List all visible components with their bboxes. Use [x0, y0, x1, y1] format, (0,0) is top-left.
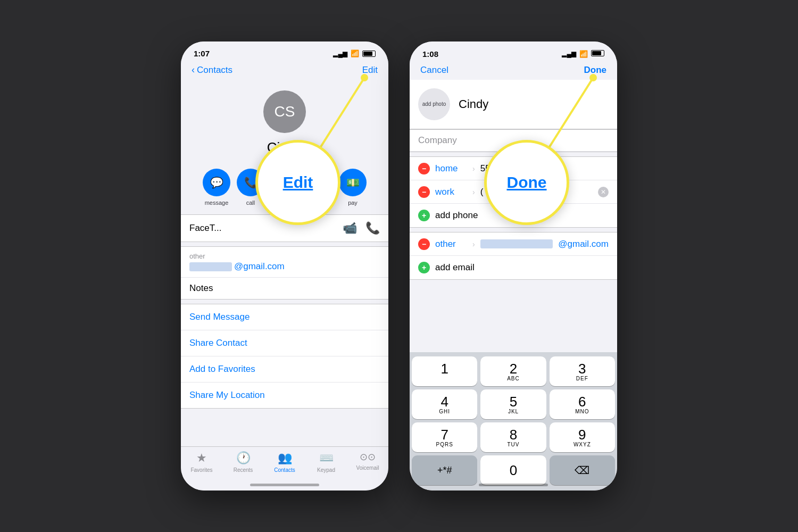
- mail-button[interactable]: ✉️ mail: [305, 169, 332, 206]
- remove-home-button[interactable]: −: [418, 163, 430, 174]
- name-input[interactable]: [459, 97, 609, 111]
- email-blurred-input[interactable]: [480, 239, 553, 248]
- home-indicator-right: [479, 484, 548, 486]
- home-type-label[interactable]: home: [435, 163, 467, 174]
- cancel-button[interactable]: Cancel: [420, 65, 448, 76]
- call-label: call: [246, 200, 255, 206]
- signal-icon-right: ▂▄▆: [562, 50, 576, 57]
- video-call-icon[interactable]: 📹: [343, 221, 357, 235]
- favorites-icon: ★: [196, 451, 207, 465]
- keypad-icon: ⌨️: [319, 451, 334, 465]
- work-clear-button[interactable]: ✕: [598, 187, 609, 197]
- status-icons-right: ▂▄▆ 📶: [562, 49, 604, 59]
- contact-header: CS Cindy: [181, 80, 388, 164]
- edit-nav-button[interactable]: Edit: [362, 65, 378, 76]
- right-phone: 1:08 ▂▄▆ 📶 Cancel Done add photo Company…: [410, 41, 617, 491]
- numpad-key-9[interactable]: 9 WXYZ: [550, 422, 615, 452]
- numpad-row-4: +*# 0 ⌫: [412, 455, 615, 485]
- send-message-button[interactable]: Send Message: [181, 304, 388, 330]
- message-button[interactable]: 💬 message: [203, 169, 230, 206]
- numpad-key-6[interactable]: 6 MNO: [550, 389, 615, 419]
- pay-button[interactable]: 💵 pay: [339, 169, 367, 206]
- recents-icon: 🕐: [236, 451, 251, 465]
- facetime-icon: 📹: [271, 169, 298, 196]
- numpad-key-7[interactable]: 7 PQRS: [412, 422, 477, 452]
- remove-work-button[interactable]: −: [418, 186, 430, 198]
- work-chevron-icon: ›: [472, 188, 475, 196]
- facetime-button[interactable]: 📹 FaceTime: [271, 169, 298, 206]
- status-bar-left: 1:07 ▂▄▆ 📶: [181, 41, 388, 62]
- numpad-key-delete[interactable]: ⌫: [550, 455, 615, 485]
- contact-name: Cindy: [267, 139, 302, 156]
- add-phone-label: add phone: [435, 210, 609, 221]
- numpad-5-letters: JKL: [508, 409, 519, 414]
- action-buttons-row: 💬 message 📞 call 📹 FaceTime ✉️ mail 💵 pa…: [181, 164, 388, 214]
- back-contacts-button[interactable]: ‹ Contacts: [192, 64, 232, 76]
- numpad-7-letters: PQRS: [436, 442, 453, 447]
- facetime-row-label: FaceT...: [189, 223, 221, 234]
- home-phone-value[interactable]: 555: [480, 163, 609, 174]
- voicemail-icon: ⊙⊙: [360, 451, 376, 463]
- numpad-key-symbols[interactable]: +*#: [412, 455, 477, 485]
- numpad-6-letters: MNO: [575, 409, 589, 414]
- numpad-8-letters: TUV: [507, 442, 519, 447]
- contacts-icon: 👥: [278, 451, 292, 465]
- numpad-3-letters: DEF: [576, 376, 588, 381]
- email-blurred-part: [189, 262, 232, 271]
- numpad-delete-icon: ⌫: [575, 465, 589, 476]
- phone-call-icon[interactable]: 📞: [365, 221, 380, 235]
- pay-label: pay: [348, 200, 358, 206]
- add-to-favorites-button[interactable]: Add to Favorites: [181, 356, 388, 383]
- facetime-row-icons: 📹 📞: [343, 221, 380, 235]
- other-email-type[interactable]: other: [435, 239, 467, 250]
- avatar-initials: CS: [275, 103, 295, 120]
- back-contacts-label: Contacts: [197, 65, 232, 76]
- tab-contacts[interactable]: 👥 Contacts: [264, 451, 305, 473]
- tab-voicemail[interactable]: ⊙⊙ Voicemail: [347, 451, 388, 471]
- numpad-key-5[interactable]: 5 JKL: [480, 389, 546, 419]
- call-icon: 📞: [237, 169, 264, 196]
- message-icon: 💬: [203, 169, 230, 196]
- pay-icon: 💵: [339, 169, 367, 196]
- tab-bar-left: ★ Favorites 🕐 Recents 👥 Contacts ⌨️ Keyp…: [181, 446, 388, 491]
- avatar: CS: [263, 90, 306, 133]
- share-my-location-button[interactable]: Share My Location: [181, 383, 388, 408]
- numpad-key-0[interactable]: 0: [480, 455, 546, 485]
- email-row: other @gmail.com: [181, 247, 388, 278]
- numpad-key-8[interactable]: 8 TUV: [480, 422, 546, 452]
- home-indicator: [250, 484, 319, 486]
- company-placeholder-text[interactable]: Company: [410, 130, 617, 152]
- add-email-label: add email: [435, 262, 609, 273]
- numpad-key-3[interactable]: 3 DEF: [550, 356, 615, 386]
- email-domain[interactable]: @gmail.com: [234, 261, 285, 272]
- company-section: Company: [410, 129, 617, 152]
- numpad-key-1[interactable]: 1: [412, 356, 477, 386]
- message-label: message: [205, 200, 229, 206]
- work-type-label[interactable]: work: [435, 187, 467, 197]
- tab-keypad[interactable]: ⌨️ Keypad: [305, 451, 347, 473]
- share-contact-button[interactable]: Share Contact: [181, 330, 388, 356]
- numpad-row-2: 4 GHI 5 JKL 6 MNO: [412, 389, 615, 419]
- add-photo-label: add photo: [422, 101, 446, 107]
- add-email-row[interactable]: + add email: [410, 256, 617, 279]
- wifi-icon-right: 📶: [579, 50, 588, 58]
- edit-header-section: add photo: [410, 80, 617, 129]
- numpad-key-4[interactable]: 4 GHI: [412, 389, 477, 419]
- add-photo-button[interactable]: add photo: [418, 88, 450, 120]
- numpad-2-letters: ABC: [507, 376, 520, 381]
- status-time-left: 1:07: [194, 49, 210, 58]
- numpad-key-2[interactable]: 2 ABC: [480, 356, 546, 386]
- tab-recents[interactable]: 🕐 Recents: [222, 451, 264, 473]
- numpad-8-num: 8: [510, 428, 517, 442]
- work-phone-value[interactable]: ( 4-4444: [480, 187, 593, 197]
- remove-email-button[interactable]: −: [418, 238, 430, 250]
- call-button[interactable]: 📞 call: [237, 169, 264, 206]
- email-domain-edit[interactable]: @gmail.com: [558, 239, 609, 250]
- numpad-1-letters: [444, 376, 446, 381]
- notes-row: Notes: [181, 278, 388, 299]
- add-phone-row[interactable]: + add phone: [410, 204, 617, 227]
- tab-favorites[interactable]: ★ Favorites: [181, 451, 222, 473]
- done-button[interactable]: Done: [584, 65, 607, 76]
- numpad: 1 2 ABC 3 DEF 4 GHI 5 JKL 6 MN: [410, 352, 617, 491]
- numpad-row-3: 7 PQRS 8 TUV 9 WXYZ: [412, 422, 615, 452]
